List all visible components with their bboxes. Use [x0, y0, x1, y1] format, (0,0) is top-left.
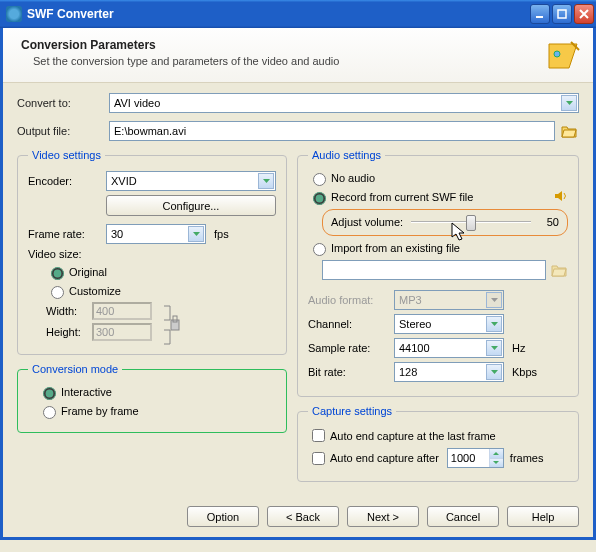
video-settings-legend: Video settings: [28, 149, 105, 161]
browse-import-button: [550, 260, 568, 280]
video-size-label: Video size:: [28, 248, 106, 260]
audio-record-swf-radio[interactable]: [313, 192, 326, 205]
encoder-label: Encoder:: [28, 175, 106, 187]
conversion-mode-group: Conversion mode Interactive Frame by fra…: [17, 363, 287, 433]
video-settings-group: Video settings Encoder: XVID Configure..…: [17, 149, 287, 355]
svg-rect-0: [536, 16, 543, 18]
mode-frame-by-frame-radio[interactable]: [43, 406, 56, 419]
video-size-customize-radio[interactable]: [51, 286, 64, 299]
cancel-button[interactable]: Cancel: [427, 506, 499, 527]
height-input: [92, 323, 152, 341]
bit-rate-unit: Kbps: [512, 366, 537, 378]
chevron-down-icon: [486, 316, 502, 332]
chevron-down-icon: [486, 364, 502, 380]
frame-rate-label: Frame rate:: [28, 228, 106, 240]
audio-no-audio-radio[interactable]: [313, 173, 326, 186]
page-subtitle: Set the conversion type and parameters o…: [33, 55, 545, 67]
mode-interactive-radio[interactable]: [43, 387, 56, 400]
minimize-button[interactable]: [530, 4, 550, 24]
bit-rate-dropdown[interactable]: 128: [394, 362, 504, 382]
chevron-down-icon: [188, 226, 204, 242]
adjust-volume-label: Adjust volume:: [331, 216, 403, 228]
frames-unit: frames: [510, 452, 544, 464]
sample-rate-unit: Hz: [512, 342, 525, 354]
conversion-mode-legend: Conversion mode: [28, 363, 122, 375]
convert-to-dropdown[interactable]: AVI video: [109, 93, 579, 113]
convert-to-label: Convert to:: [17, 97, 109, 109]
audio-format-label: Audio format:: [308, 294, 394, 306]
output-file-input[interactable]: [109, 121, 555, 141]
configure-button[interactable]: Configure...: [106, 195, 276, 216]
title-bar: SWF Converter: [0, 0, 596, 28]
app-icon: [6, 6, 22, 22]
page-header: Conversion Parameters Set the conversion…: [3, 28, 593, 83]
wizard-icon: [545, 38, 581, 74]
sample-rate-label: Sample rate:: [308, 342, 394, 354]
width-label: Width:: [46, 305, 92, 317]
auto-end-last-frame-checkbox[interactable]: [312, 429, 325, 442]
capture-settings-legend: Capture settings: [308, 405, 396, 417]
frame-rate-dropdown[interactable]: 30: [106, 224, 206, 244]
output-file-label: Output file:: [17, 125, 109, 137]
audio-import-radio[interactable]: [313, 243, 326, 256]
channel-dropdown[interactable]: Stereo: [394, 314, 504, 334]
help-button[interactable]: Help: [507, 506, 579, 527]
chevron-down-icon: [486, 292, 502, 308]
audio-settings-legend: Audio settings: [308, 149, 385, 161]
capture-settings-group: Capture settings Auto end capture at the…: [297, 405, 579, 482]
volume-slider[interactable]: [411, 213, 531, 231]
height-label: Height:: [46, 326, 92, 338]
spin-up-icon[interactable]: [490, 449, 503, 458]
speaker-icon: [554, 190, 568, 204]
svg-rect-1: [558, 10, 566, 18]
audio-settings-group: Audio settings No audio Record from curr…: [297, 149, 579, 397]
auto-end-frames-input[interactable]: [447, 448, 504, 468]
window-title: SWF Converter: [27, 7, 528, 21]
fps-unit: fps: [214, 228, 229, 240]
chevron-down-icon: [561, 95, 577, 111]
video-size-original-radio[interactable]: [51, 267, 64, 280]
channel-label: Channel:: [308, 318, 394, 330]
browse-output-button[interactable]: [559, 121, 579, 141]
chevron-down-icon: [258, 173, 274, 189]
close-button[interactable]: [574, 4, 594, 24]
option-button[interactable]: Option: [187, 506, 259, 527]
chevron-down-icon: [486, 340, 502, 356]
auto-end-after-checkbox[interactable]: [312, 452, 325, 465]
volume-value: 50: [537, 216, 559, 228]
next-button[interactable]: Next >: [347, 506, 419, 527]
spin-down-icon[interactable]: [490, 458, 503, 468]
maximize-button[interactable]: [552, 4, 572, 24]
sample-rate-dropdown[interactable]: 44100: [394, 338, 504, 358]
encoder-dropdown[interactable]: XVID: [106, 171, 276, 191]
audio-format-dropdown: MP3: [394, 290, 504, 310]
bit-rate-label: Bit rate:: [308, 366, 394, 378]
width-input: [92, 302, 152, 320]
svg-point-2: [554, 51, 560, 57]
page-title: Conversion Parameters: [21, 38, 545, 52]
back-button[interactable]: < Back: [267, 506, 339, 527]
import-path-input: [322, 260, 546, 280]
aspect-lock-icon: [162, 304, 180, 346]
wizard-button-bar: Option < Back Next > Cancel Help: [3, 498, 593, 537]
